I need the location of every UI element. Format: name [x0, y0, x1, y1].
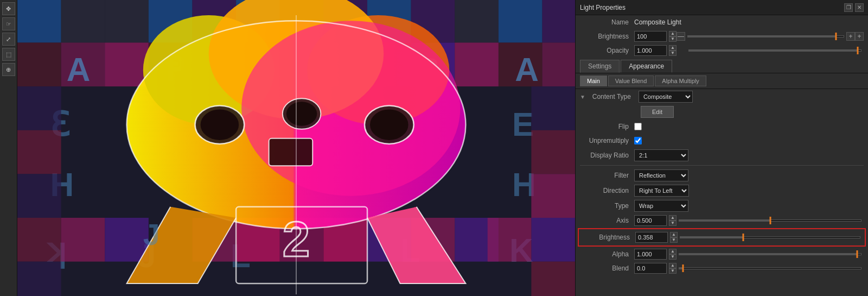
blend-down[interactable]: ▼ — [669, 268, 676, 274]
svg-point-71 — [286, 102, 317, 125]
opacity-down[interactable]: ▼ — [669, 51, 676, 56]
unpremultiply-row: Unpremultiply — [576, 134, 868, 148]
flip-label: Flip — [580, 123, 634, 130]
tool-resize[interactable]: ⤢ — [2, 33, 15, 46]
svg-point-69 — [201, 109, 239, 140]
svg-rect-46 — [17, 218, 61, 262]
sub-tab-main[interactable]: Main — [580, 75, 607, 86]
sub-tab-bar: Main Value Blend Alpha Multiply — [576, 73, 868, 89]
axis-slider[interactable] — [679, 219, 861, 222]
right-panel: Light Properties ❐ ✕ Name Composite Ligh… — [575, 0, 868, 296]
sub-tab-value-blend[interactable]: Value Blend — [608, 75, 654, 86]
type-dropdown[interactable]: Wrap Clamp Mirror — [634, 200, 688, 212]
axis-down[interactable]: ▼ — [669, 221, 676, 226]
flip-row: Flip — [576, 119, 868, 134]
brightness-input-group: ▲ ▼ — [634, 31, 676, 42]
svg-rect-29 — [542, 42, 575, 86]
svg-rect-43 — [17, 86, 61, 130]
display-ratio-row: Display Ratio 2:1 1:1 4:3 — [576, 148, 868, 163]
svg-rect-50 — [531, 174, 575, 218]
alpha-spinner: ▲ ▼ — [669, 249, 676, 260]
direction-row: Direction Right To Left Left To Right To… — [576, 183, 868, 198]
axis-spinner: ▲ ▼ — [669, 215, 676, 226]
sub-tab-alpha-multiply[interactable]: Alpha Multiply — [655, 75, 706, 86]
alpha-input[interactable] — [634, 249, 667, 260]
brightness-slider[interactable] — [687, 35, 844, 37]
svg-rect-53 — [61, 218, 105, 262]
brightness2-up[interactable]: ▲ — [670, 232, 678, 237]
svg-rect-27 — [455, 42, 499, 86]
svg-rect-51 — [531, 218, 575, 262]
restore-button[interactable]: ❐ — [844, 3, 853, 12]
name-value: Composite Light — [634, 18, 681, 26]
alpha-input-group: ▲ ▼ — [634, 249, 676, 260]
edit-row: Edit — [576, 104, 868, 119]
alpha-row: Alpha ▲ ▼ — [576, 247, 868, 261]
axis-input[interactable] — [634, 215, 667, 226]
content-type-dropdown[interactable]: Composite Single Animated — [639, 91, 693, 103]
alpha-slider[interactable] — [679, 253, 861, 255]
edit-button[interactable]: Edit — [641, 106, 674, 118]
svg-text:A: A — [515, 51, 539, 88]
brightness-slider-plus[interactable]: + — [846, 32, 855, 41]
panel-title: Light Properties — [580, 4, 626, 11]
canvas-svg: A Ᵽ B A Ɛ E H H ʞ J L K L — [17, 0, 575, 296]
tab-bar: Settings Appearance — [576, 58, 868, 73]
svg-text:E: E — [512, 106, 534, 143]
separator-1 — [580, 165, 864, 166]
blend-spinner: ▲ ▼ — [669, 263, 676, 274]
filter-dropdown[interactable]: Reflection None Blur — [634, 169, 688, 181]
svg-point-67 — [241, 21, 460, 196]
svg-text:A: A — [67, 51, 91, 88]
direction-label: Direction — [580, 187, 634, 194]
unpremultiply-label: Unpremultiply — [580, 137, 634, 144]
tool-select[interactable]: ☞ — [2, 17, 15, 30]
blend-input-group: ▲ ▼ — [634, 263, 676, 274]
alpha-label: Alpha — [580, 250, 634, 258]
tool-star[interactable]: ✥ — [2, 2, 15, 15]
name-row: Name Composite Light — [576, 15, 868, 29]
tool-rect[interactable]: ⬚ — [2, 48, 15, 61]
brightness-spinner: ▲ ▼ — [669, 31, 676, 42]
tool-zoom[interactable]: ⊕ — [2, 63, 15, 76]
type-label: Type — [580, 202, 634, 210]
axis-label: Axis — [580, 217, 634, 224]
brightness-down[interactable]: ▼ — [669, 36, 676, 42]
tab-settings[interactable]: Settings — [580, 60, 620, 73]
unpremultiply-checkbox[interactable] — [634, 137, 642, 144]
brightness2-input[interactable] — [635, 232, 668, 243]
direction-dropdown[interactable]: Right To Left Left To Right Top To Botto… — [634, 185, 689, 197]
svg-point-73 — [370, 109, 409, 140]
brightness-up[interactable]: ▲ — [669, 31, 676, 36]
alpha-up[interactable]: ▲ — [669, 249, 676, 254]
brightness-main-row: Brightness ▲ ▼ — + + — [576, 29, 868, 43]
opacity-slider[interactable] — [688, 49, 861, 52]
svg-rect-45 — [17, 174, 61, 218]
blend-up[interactable]: ▲ — [669, 263, 676, 268]
opacity-input[interactable] — [634, 45, 667, 56]
alpha-down[interactable]: ▼ — [669, 254, 676, 260]
brightness-slider-plus2[interactable]: + — [855, 32, 864, 41]
svg-rect-77 — [269, 138, 313, 166]
tab-appearance[interactable]: Appearance — [621, 60, 672, 73]
filter-label: Filter — [580, 172, 634, 179]
brightness2-slider[interactable] — [680, 236, 860, 238]
brightness2-input-group: ▲ ▼ — [635, 232, 678, 243]
close-button[interactable]: ✕ — [855, 3, 864, 12]
brightness-slider-minus[interactable]: — — [676, 32, 685, 41]
svg-rect-44 — [17, 130, 61, 174]
opacity-up[interactable]: ▲ — [669, 45, 676, 51]
blend-slider[interactable] — [679, 267, 861, 269]
brightness-input[interactable] — [634, 31, 667, 42]
brightness2-row: Brightness ▲ ▼ — [581, 230, 863, 244]
svg-rect-52 — [531, 262, 575, 296]
svg-rect-62 — [488, 218, 532, 262]
svg-rect-16 — [499, 0, 542, 42]
display-ratio-dropdown[interactable]: 2:1 1:1 4:3 — [634, 149, 688, 161]
flip-checkbox[interactable] — [634, 123, 642, 130]
axis-up[interactable]: ▲ — [669, 215, 676, 221]
blend-row: Blend ▲ ▼ — [576, 261, 868, 275]
brightness2-down[interactable]: ▼ — [670, 237, 678, 243]
blend-input[interactable] — [634, 263, 667, 274]
content-type-label: Content Type — [588, 93, 636, 100]
